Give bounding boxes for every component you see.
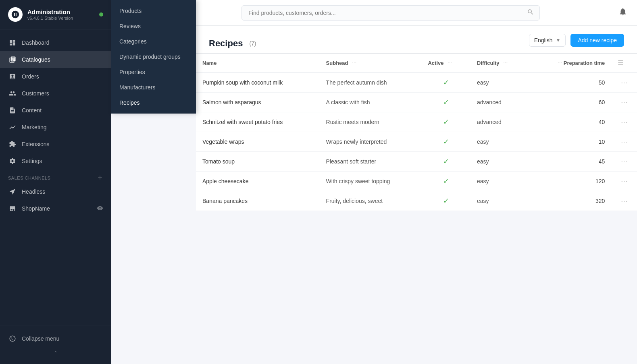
sidebar-chevron-up-icon[interactable]: ⌃ bbox=[0, 347, 111, 359]
active-check-icon: ✓ bbox=[443, 138, 449, 146]
difficulty-col-options-icon[interactable]: ⋯ bbox=[503, 61, 508, 66]
submenu-item-reviews[interactable]: Reviews bbox=[111, 19, 196, 34]
table-row[interactable]: Pumpkin soup with coconut milk The perfe… bbox=[196, 72, 637, 93]
table-row[interactable]: Apple cheesecake With crispy sweet toppi… bbox=[196, 172, 637, 191]
sidebar-item-customers[interactable]: Customers bbox=[0, 85, 111, 102]
prep-time-col-options-icon[interactable]: ⋯ bbox=[558, 61, 562, 66]
submenu-item-manufacturers[interactable]: Manufacturers bbox=[111, 80, 196, 95]
cell-row-actions[interactable]: ⋯ bbox=[611, 93, 637, 112]
sales-channels-section: Sales Channels bbox=[0, 170, 111, 183]
submenu-item-recipes[interactable]: Recipes bbox=[111, 95, 196, 110]
submenu-item-properties[interactable]: Properties bbox=[111, 64, 196, 80]
cell-name: Banana pancakes bbox=[196, 191, 320, 211]
cell-prep-time: 60 bbox=[529, 93, 612, 112]
sidebar-item-headless[interactable]: Headless bbox=[0, 183, 111, 200]
headless-icon bbox=[8, 187, 17, 196]
app-logo bbox=[8, 7, 23, 22]
page-count: (7) bbox=[249, 40, 256, 47]
table-row[interactable]: Tomato soup Pleasant soft starter ✓ easy… bbox=[196, 152, 637, 172]
add-sales-channel-icon[interactable] bbox=[97, 174, 103, 182]
sidebar-item-dashboard[interactable]: Dashboard bbox=[0, 34, 111, 51]
recipes-page-header: Recipes (7) English ▼ Add new recipe bbox=[196, 26, 637, 54]
th-preparation-time: ⋯ Preparation time bbox=[529, 54, 612, 72]
sidebar-item-extensions-label: Extensions bbox=[22, 141, 49, 147]
cell-subhead: Wraps newly interpreted bbox=[320, 132, 422, 152]
collapse-menu-label: Collapse menu bbox=[22, 335, 59, 342]
sidebar-bottom: Collapse menu ⌃ bbox=[0, 325, 111, 364]
active-check-icon: ✓ bbox=[443, 177, 449, 185]
sidebar-item-settings-label: Settings bbox=[22, 158, 42, 164]
cell-row-actions[interactable]: ⋯ bbox=[611, 172, 637, 191]
sidebar-item-marketing-label: Marketing bbox=[22, 124, 46, 130]
sidebar-item-settings[interactable]: Settings bbox=[0, 153, 111, 170]
table-row[interactable]: Salmon with asparagus A classic with fis… bbox=[196, 93, 637, 112]
submenu-item-products[interactable]: Products bbox=[111, 3, 196, 19]
collapse-icon bbox=[8, 334, 17, 343]
catalogues-icon bbox=[8, 55, 17, 64]
search-input[interactable] bbox=[241, 5, 540, 21]
active-check-icon: ✓ bbox=[443, 79, 449, 87]
table-row[interactable]: Banana pancakes Fruity, delicious, sweet… bbox=[196, 191, 637, 211]
cell-row-actions[interactable]: ⋯ bbox=[611, 72, 637, 93]
cell-name: Salmon with asparagus bbox=[196, 93, 320, 112]
customers-icon bbox=[8, 89, 17, 98]
cell-name: Apple cheesecake bbox=[196, 172, 320, 191]
cell-row-actions[interactable]: ⋯ bbox=[611, 132, 637, 152]
cell-subhead: Rustic meets modern bbox=[320, 112, 422, 132]
cell-subhead: Pleasant soft starter bbox=[320, 152, 422, 172]
collapse-menu-button[interactable]: Collapse menu bbox=[0, 330, 111, 347]
table-row[interactable]: Vegetable wraps Wraps newly interpreted … bbox=[196, 132, 637, 152]
notification-bell-icon[interactable] bbox=[618, 7, 627, 18]
active-check-icon: ✓ bbox=[443, 118, 449, 126]
submenu-item-dynamic-product-groups[interactable]: Dynamic product groups bbox=[111, 49, 196, 64]
recipes-table-body: Pumpkin soup with coconut milk The perfe… bbox=[196, 72, 637, 211]
cell-prep-time: 50 bbox=[529, 72, 612, 93]
cell-difficulty: easy bbox=[470, 191, 529, 211]
cell-active: ✓ bbox=[421, 152, 470, 172]
th-difficulty: Difficulty ⋯ bbox=[470, 54, 529, 72]
cell-subhead: Fruity, delicious, sweet bbox=[320, 191, 422, 211]
cell-row-actions[interactable]: ⋯ bbox=[611, 112, 637, 132]
recipes-table-wrap: Name Subhead ⋯ Active ⋯ Difficulty ⋯ bbox=[196, 54, 637, 211]
subhead-col-options-icon[interactable]: ⋯ bbox=[352, 61, 356, 66]
sales-channels-label: Sales Channels bbox=[8, 176, 50, 180]
page-title: Recipes bbox=[209, 38, 243, 49]
language-selector[interactable]: English ▼ bbox=[529, 34, 566, 47]
sidebar-item-shopname[interactable]: ShopName bbox=[0, 200, 111, 217]
sidebar-nav: Dashboard Catalogues Orders Customers Co… bbox=[0, 29, 111, 325]
sidebar-item-content[interactable]: Content bbox=[0, 102, 111, 119]
cell-subhead: A classic with fish bbox=[320, 93, 422, 112]
page-content: Recipes (7) English ▼ Add new recipe Nam… bbox=[196, 26, 637, 364]
sidebar: Administration v6.4.6.1 Stable Version D… bbox=[0, 0, 111, 364]
orders-icon bbox=[8, 72, 17, 81]
cell-prep-time: 40 bbox=[529, 112, 612, 132]
online-indicator bbox=[99, 12, 103, 17]
sidebar-item-extensions[interactable]: Extensions bbox=[0, 136, 111, 153]
cell-active: ✓ bbox=[421, 132, 470, 152]
sidebar-item-customers-label: Customers bbox=[22, 90, 49, 97]
cell-difficulty: easy bbox=[470, 132, 529, 152]
active-col-options-icon[interactable]: ⋯ bbox=[448, 61, 452, 66]
cell-difficulty: easy bbox=[470, 72, 529, 93]
language-value: English bbox=[534, 37, 553, 43]
catalogues-submenu: Products Reviews Categories Dynamic prod… bbox=[111, 0, 196, 114]
dashboard-icon bbox=[8, 38, 17, 47]
sidebar-item-headless-label: Headless bbox=[22, 188, 45, 195]
main-content: Recipes (7) English ▼ Add new recipe Nam… bbox=[196, 0, 637, 364]
cell-name: Vegetable wraps bbox=[196, 132, 320, 152]
sidebar-item-catalogues[interactable]: Catalogues bbox=[0, 51, 111, 68]
sidebar-item-catalogues-label: Catalogues bbox=[22, 56, 50, 63]
cell-difficulty: advanced bbox=[470, 112, 529, 132]
sidebar-item-marketing[interactable]: Marketing bbox=[0, 119, 111, 136]
submenu-item-categories[interactable]: Categories bbox=[111, 34, 196, 49]
col-settings-icon[interactable]: ☰ bbox=[618, 60, 623, 66]
cell-row-actions[interactable]: ⋯ bbox=[611, 191, 637, 211]
sidebar-item-orders[interactable]: Orders bbox=[0, 68, 111, 85]
cell-active: ✓ bbox=[421, 72, 470, 93]
app-title: Administration bbox=[27, 8, 96, 15]
shopname-icon bbox=[8, 204, 17, 213]
table-row[interactable]: Schnitzel with sweet potato fries Rustic… bbox=[196, 112, 637, 132]
cell-subhead: The perfect autumn dish bbox=[320, 72, 422, 93]
add-new-recipe-button[interactable]: Add new recipe bbox=[570, 34, 624, 47]
cell-row-actions[interactable]: ⋯ bbox=[611, 152, 637, 172]
